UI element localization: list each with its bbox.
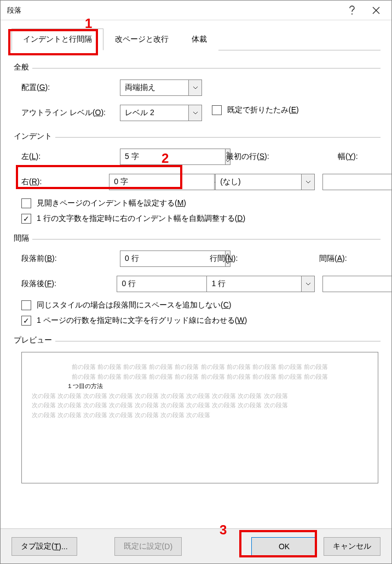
tabs-button[interactable]: タブ設定(T)... (11, 537, 77, 556)
indent-left-spinner[interactable] (120, 149, 175, 165)
group-general: 全般 配置(G): 両端揃え アウトライン レベル(O): レベル 2 既定で折… (11, 62, 381, 122)
set-default-button[interactable]: 既定に設定(D) (114, 537, 182, 556)
preview-ghost-next: 次の段落 次の段落 次の段落 次の段落 次の段落 次の段落 次の段落 次の段落 … (32, 391, 368, 401)
space-before-spinner[interactable] (120, 250, 175, 267)
chevron-down-icon (302, 174, 315, 190)
dialog-footer: タブ設定(T)... 既定に設定(D) OK キャンセル (1, 528, 391, 563)
tab-bar: インデントと行間隔 改ページと改行 体裁 (11, 28, 381, 50)
preview-box: 前の段落 前の段落 前の段落 前の段落 前の段落 前の段落 前の段落 前の段落 … (21, 352, 378, 483)
dialog-content: インデントと行間隔 改ページと改行 体裁 全般 配置(G): 両端揃え アウトラ… (1, 20, 391, 483)
linespacing-value: 1 行 (206, 276, 302, 292)
titlebar: 段落 (1, 1, 391, 20)
outline-value: レベル 2 (120, 105, 189, 121)
indent-right-input[interactable] (109, 174, 215, 190)
chevron-down-icon (189, 79, 202, 96)
snapgrid-checkbox[interactable] (21, 316, 31, 326)
linespacing-label: 行間(N): (210, 254, 314, 264)
autoadjust-label: 1 行の文字数を指定時に右のインデント幅を自動調整する(D) (37, 214, 245, 224)
group-indent-heading: インデント (11, 132, 381, 141)
at-input[interactable] (322, 276, 392, 292)
cancel-button[interactable]: キャンセル (324, 537, 381, 556)
space-before-label: 段落前(B): (21, 254, 120, 264)
tab-indent-spacing[interactable]: インデントと行間隔 (11, 29, 103, 50)
firstline-value: (なし) (215, 174, 302, 190)
by-input[interactable] (322, 174, 392, 190)
group-spacing-heading: 間隔 (11, 233, 381, 243)
ok-button[interactable]: OK (251, 537, 317, 556)
indent-left-label: 左(L): (21, 152, 120, 162)
at-label: 間隔(A): (319, 254, 358, 264)
close-button[interactable] (364, 2, 388, 19)
snapgrid-label: 1 ページの行数を指定時に文字を行グリッド線に合わせる(W) (37, 316, 247, 326)
chevron-down-icon (302, 276, 315, 292)
tab-page-breaks[interactable]: 改ページと改行 (103, 29, 180, 50)
preview-ghost-next2: 次の段落 次の段落 次の段落 次の段落 次の段落 次の段落 次の段落 次の段落 … (32, 401, 368, 411)
indent-right-label: 右(R): (21, 177, 109, 187)
preview-primary-text: １つ目の方法 (67, 381, 368, 391)
linespacing-select[interactable]: 1 行 (206, 276, 315, 292)
collapse-checkbox-row: 既定で折りたたみ(E) (212, 105, 299, 115)
help-button[interactable] (340, 2, 364, 19)
collapse-label: 既定で折りたたみ(E) (227, 105, 299, 115)
preview-ghost-prev: 前の段落 前の段落 前の段落 前の段落 前の段落 前の段落 前の段落 前の段落 … (32, 362, 368, 372)
window-title: 段落 (7, 5, 340, 15)
preview-ghost-prev2: 前の段落 前の段落 前の段落 前の段落 前の段落 前の段落 前の段落 前の段落 … (32, 372, 368, 382)
firstline-select[interactable]: (なし) (215, 174, 315, 190)
chevron-down-icon (189, 105, 202, 121)
alignment-label: 配置(G): (21, 83, 120, 93)
group-spacing: 間隔 段落前(B): 行間(N): 間隔(A): 段落後(F): (11, 233, 381, 326)
nospace-label: 同じスタイルの場合は段落間にスペースを追加しない(C) (37, 300, 231, 310)
preview-ghost-next3: 次の段落 次の段落 次の段落 次の段落 次の段落 次の段落 次の段落 (32, 411, 368, 420)
by-label: 幅(Y): (338, 152, 376, 162)
group-preview-heading: プレビュー (11, 335, 381, 345)
space-after-spinner[interactable] (117, 276, 171, 292)
mirror-indent-label: 見開きページのインデント幅を設定する(M) (37, 198, 186, 208)
by-spinner[interactable] (322, 174, 378, 190)
alignment-value: 両端揃え (120, 79, 189, 96)
space-after-label: 段落後(F): (21, 279, 117, 289)
tab-asian-layout[interactable]: 体裁 (180, 29, 218, 50)
autoadjust-checkbox[interactable] (21, 214, 31, 224)
svg-point-0 (351, 13, 353, 14)
group-indent: インデント 左(L): 最初の行(S): 幅(Y): 右(R): (11, 132, 381, 224)
firstline-label: 最初の行(S): (226, 152, 330, 162)
at-spinner[interactable] (322, 276, 378, 292)
outline-select[interactable]: レベル 2 (120, 105, 202, 121)
indent-left-input[interactable] (120, 149, 226, 165)
indent-right-spinner[interactable] (109, 174, 164, 190)
group-preview: プレビュー 前の段落 前の段落 前の段落 前の段落 前の段落 前の段落 前の段落… (11, 335, 381, 483)
nospace-checkbox[interactable] (21, 300, 31, 310)
mirror-indent-checkbox[interactable] (21, 198, 31, 208)
collapse-checkbox[interactable] (212, 105, 222, 115)
group-general-heading: 全般 (11, 62, 381, 72)
alignment-select[interactable]: 両端揃え (120, 79, 202, 96)
outline-label: アウトライン レベル(O): (21, 108, 120, 118)
